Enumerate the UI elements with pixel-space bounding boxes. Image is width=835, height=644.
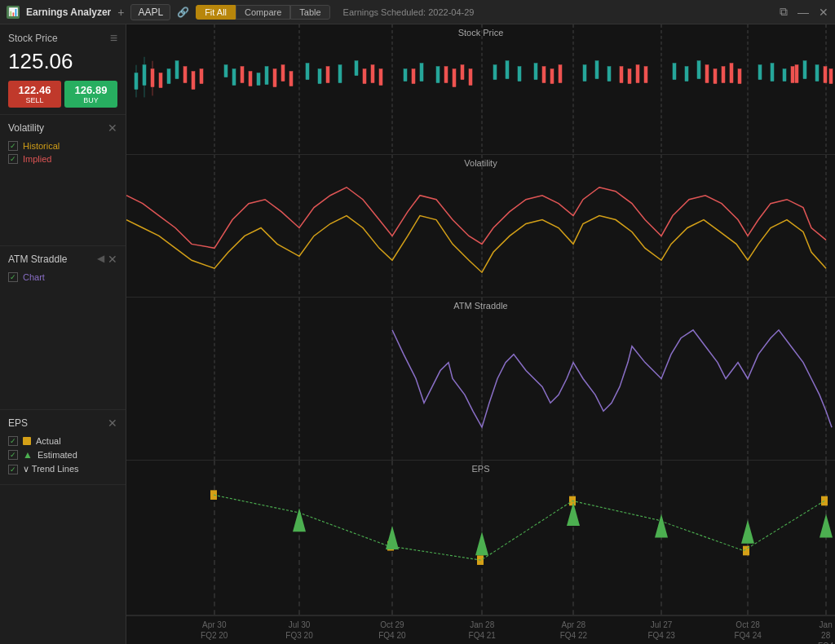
axis-labels: Apr 30FQ2 20 Jul 30FQ3 20 Oct 29FQ4 20 J…	[126, 620, 835, 644]
svg-rect-52	[363, 69, 366, 84]
svg-rect-59	[469, 69, 472, 86]
svg-rect-57	[453, 69, 456, 87]
stock-chart-title: Stock Price	[458, 28, 504, 37]
svg-rect-15	[232, 69, 236, 86]
atm-straddle-panel: ATM Straddle	[126, 298, 835, 461]
implied-legend: ✓ Implied	[8, 154, 117, 164]
sidebar: Stock Price ≡ 125.06 122.46 SELL 126.89 …	[0, 24, 126, 644]
svg-rect-33	[685, 67, 688, 82]
eps-chart-title: EPS	[471, 464, 489, 474]
svg-rect-43	[183, 67, 187, 83]
chart-checkbox[interactable]: ✓	[8, 272, 18, 282]
atm-close[interactable]: ✕	[108, 253, 117, 266]
estimated-eps-5	[655, 514, 668, 537]
minimize-button[interactable]: —	[797, 6, 809, 19]
app-icon: 📊	[7, 6, 20, 19]
svg-rect-45	[200, 69, 203, 84]
svg-rect-54	[379, 69, 382, 86]
estimated-legend: ✓ ▲ Estimated	[8, 449, 117, 461]
titlebar: 📊 Earnings Analyzer + AAPL 🔗 Fit All Com…	[0, 0, 835, 24]
svg-rect-31	[607, 67, 611, 82]
svg-rect-58	[461, 65, 464, 80]
svg-rect-35	[758, 65, 762, 80]
actual-label: Actual	[36, 436, 61, 446]
svg-rect-25	[493, 65, 497, 80]
svg-rect-34	[697, 61, 700, 79]
svg-rect-75	[829, 69, 833, 84]
atm-chart-title: ATM Straddle	[453, 301, 507, 311]
svg-rect-39	[815, 65, 819, 82]
svg-rect-30	[595, 61, 599, 79]
earnings-scheduled: Earnings Scheduled: 2022-04-29	[343, 7, 475, 17]
sell-button[interactable]: 122.46 SELL	[8, 81, 61, 108]
axis-jul30: Jul 30FQ3 20	[285, 620, 312, 641]
implied-label: Implied	[23, 154, 51, 164]
estimated-triangle-icon: ▲	[23, 449, 33, 461]
add-tab-button[interactable]: +	[117, 6, 124, 19]
actual-checkbox[interactable]: ✓	[8, 436, 18, 446]
svg-rect-37	[783, 69, 786, 82]
atm-title: ATM Straddle	[8, 254, 67, 265]
svg-rect-28	[534, 64, 537, 80]
eps-title: EPS	[8, 417, 28, 429]
axis-jul27: Jul 27FQ4 23	[647, 620, 674, 641]
estimated-checkbox[interactable]: ✓	[8, 450, 18, 460]
implied-checkbox[interactable]: ✓	[8, 154, 18, 164]
fit-all-button[interactable]: Fit All	[196, 5, 236, 20]
close-button[interactable]: ✕	[819, 6, 828, 19]
compare-button[interactable]: Compare	[236, 5, 290, 20]
svg-rect-70	[730, 64, 733, 83]
chart-legend: ✓ Chart	[8, 272, 117, 282]
svg-rect-27	[518, 67, 521, 82]
historical-checkbox[interactable]: ✓	[8, 141, 18, 151]
volatility-close[interactable]: ✕	[108, 121, 117, 135]
stock-price-panel: Stock Price	[126, 24, 835, 155]
svg-rect-64	[628, 69, 631, 84]
svg-rect-14	[224, 65, 228, 77]
svg-rect-16	[257, 73, 260, 86]
eps-close[interactable]: ✕	[108, 417, 117, 430]
volatility-section: Volatility ✕ ✓ Historical ✓ Implied	[0, 115, 126, 246]
ticker-input[interactable]: AAPL	[130, 4, 170, 20]
svg-rect-68	[714, 69, 717, 84]
svg-rect-72	[791, 67, 794, 83]
buy-button[interactable]: 126.89 BUY	[64, 81, 117, 108]
eps-panel: EPS	[126, 461, 835, 615]
estimated-eps-3	[475, 532, 488, 555]
svg-rect-74	[824, 67, 827, 83]
trend-legend: ✓ ∨ Trend Lines	[8, 464, 117, 474]
volatility-panel: Volatility	[126, 155, 835, 298]
stock-price-value: 125.06	[8, 49, 117, 74]
atm-collapse[interactable]: ◀	[97, 253, 104, 266]
axis-jan28: Jan 28FQ4 21	[469, 620, 496, 641]
svg-rect-22	[404, 69, 407, 82]
eps-section: EPS ✕ ✓ Actual ✓ ▲ Estimated ✓ ∨ Trend L…	[0, 410, 126, 485]
actual-legend: ✓ Actual	[8, 436, 117, 446]
svg-rect-24	[436, 67, 440, 83]
axis-apr30: Apr 30FQ2 20	[201, 620, 228, 641]
svg-rect-56	[444, 67, 448, 83]
svg-rect-62	[559, 65, 562, 83]
svg-rect-73	[795, 65, 798, 83]
svg-rect-38	[803, 61, 806, 79]
buy-label: BUY	[66, 96, 116, 104]
svg-rect-55	[412, 69, 415, 84]
atm-straddle-section: ATM Straddle ◀ ✕ ✓ Chart	[0, 246, 126, 410]
svg-rect-48	[273, 69, 276, 87]
chart-label: Chart	[23, 272, 45, 282]
trend-checkbox[interactable]: ✓	[8, 465, 18, 474]
estimated-eps-6	[741, 520, 754, 544]
svg-rect-71	[738, 69, 741, 84]
estimated-eps-2	[386, 526, 399, 549]
eps-chart-svg	[126, 461, 835, 615]
svg-rect-65	[636, 65, 639, 83]
table-button[interactable]: Table	[290, 5, 329, 20]
svg-rect-20	[338, 65, 342, 83]
svg-rect-23	[420, 64, 423, 82]
stock-price-section: Stock Price ≡ 125.06 122.46 SELL 126.89 …	[0, 24, 126, 115]
chart-area: Stock Price	[126, 24, 835, 644]
maximize-button[interactable]: ⧉	[780, 5, 788, 19]
stock-price-menu[interactable]: ≡	[110, 31, 117, 46]
svg-rect-19	[318, 69, 321, 84]
svg-rect-60	[542, 67, 546, 83]
